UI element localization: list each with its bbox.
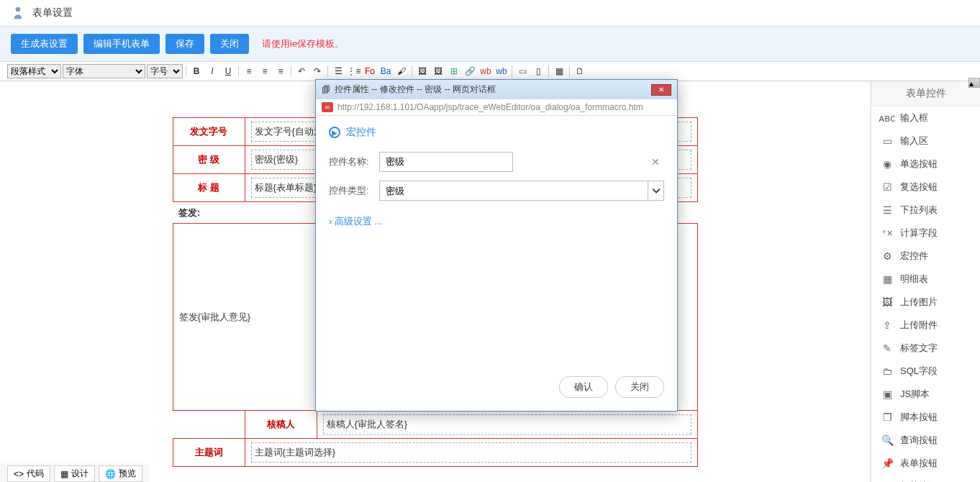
widget-textarea[interactable]: ▭输入区 bbox=[871, 129, 980, 153]
widget-upload-file[interactable]: ⇪上传附件 bbox=[871, 314, 980, 337]
widget-dropdown[interactable]: ☰下拉列表 bbox=[871, 199, 980, 222]
align-left-button[interactable]: ≡ bbox=[242, 64, 256, 78]
widget-upload-img[interactable]: 🖼上传图片 bbox=[871, 291, 980, 314]
dialog-section-header: ▶ 宏控件 bbox=[329, 126, 664, 139]
textarea-icon: ▭ bbox=[881, 135, 893, 147]
checkbox-icon: ☑ bbox=[881, 181, 893, 193]
font-color-button[interactable]: Fo bbox=[363, 64, 377, 78]
view-tabs: <>代码 ▦设计 🌐预览 bbox=[0, 463, 150, 482]
image2-button[interactable]: 🖼 bbox=[431, 64, 445, 78]
url-favicon: ∞ bbox=[322, 102, 333, 112]
dialog-titlebar[interactable]: 🗐 控件属性 -- 修改控件 -- 密级 -- 网页对话框 ✕ bbox=[316, 80, 677, 99]
generate-button[interactable]: 生成表设置 bbox=[11, 34, 78, 54]
bold-button[interactable]: B bbox=[189, 64, 204, 78]
table-row: 核稿人 核稿人{审批人签名} bbox=[173, 411, 697, 439]
widget-sql[interactable]: 🗀SQL字段 bbox=[871, 360, 980, 383]
reviewer-label: 核稿人 bbox=[245, 411, 317, 439]
widget-input[interactable]: ᴀʙᴄ输入框 bbox=[871, 106, 980, 129]
radio-icon: ◉ bbox=[881, 158, 893, 170]
grid-icon: ▦ bbox=[881, 273, 893, 285]
search-icon: 🔍 bbox=[881, 435, 893, 446]
dialog-url-bar: ∞ http://192.168.1.101/OAapp/jsp/trace_e… bbox=[316, 99, 677, 116]
pin-icon: 📌 bbox=[881, 458, 893, 469]
bg-color-button[interactable]: Ba bbox=[378, 64, 393, 78]
link-button[interactable]: 🔗 bbox=[463, 64, 477, 78]
copy-icon: ❐ bbox=[881, 411, 893, 423]
globe-icon: 🌐 bbox=[105, 469, 116, 479]
advanced-settings-link[interactable]: › 高级设置 ... bbox=[329, 215, 664, 228]
image-icon: 🖼 bbox=[881, 296, 893, 308]
web2-button[interactable]: wb bbox=[494, 64, 509, 78]
text-input-icon: ᴀʙᴄ bbox=[881, 112, 893, 124]
subject-field[interactable]: 主题词{主题词选择} bbox=[251, 442, 691, 463]
ie-warning: 请使用ie保存模板。 bbox=[262, 37, 344, 50]
list-num-button[interactable]: ☰ bbox=[331, 64, 345, 78]
align-right-button[interactable]: ≡ bbox=[273, 64, 288, 78]
widget-calc[interactable]: ⁺×计算字段 bbox=[871, 222, 980, 245]
redo-button[interactable]: ↷ bbox=[310, 64, 325, 78]
italic-button[interactable]: I bbox=[205, 64, 219, 78]
align-center-button[interactable]: ≡ bbox=[258, 64, 272, 78]
doc-button[interactable]: 🗋 bbox=[573, 64, 587, 78]
mobile-form-button[interactable]: 编辑手机表单 bbox=[83, 34, 160, 54]
design-icon: ▦ bbox=[60, 469, 68, 479]
preview-tab[interactable]: 🌐预览 bbox=[99, 465, 142, 482]
table-row: 主题词 主题词{主题词选择} bbox=[173, 439, 697, 467]
gear-icon: ⚙ bbox=[881, 250, 893, 262]
close-button[interactable]: 关闭 bbox=[210, 34, 249, 54]
code-tab[interactable]: <>代码 bbox=[7, 465, 50, 482]
secret-level-label: 密 级 bbox=[173, 146, 245, 174]
widget-macro[interactable]: ⚙宏控件 bbox=[871, 245, 980, 268]
arrow-right-icon: ▶ bbox=[329, 127, 340, 138]
widget-form-btn[interactable]: 📌表单按钮 bbox=[871, 452, 980, 475]
widget-panel-title: 表单控件 bbox=[871, 81, 980, 106]
font-size-select[interactable]: 字号 bbox=[147, 64, 183, 78]
dialog-url: http://192.168.1.101/OAapp/jsp/trace_eWe… bbox=[337, 102, 643, 112]
dialog-confirm-button[interactable]: 确认 bbox=[559, 376, 608, 398]
page-title: 表单设置 bbox=[32, 6, 73, 19]
dropdown-icon: ☰ bbox=[881, 204, 893, 216]
wand-icon: ✎ bbox=[881, 342, 893, 354]
windows-icon[interactable]: ⊞ bbox=[447, 64, 461, 78]
undo-button[interactable]: ↶ bbox=[294, 64, 309, 78]
widget-detail[interactable]: ▦明细表 bbox=[871, 268, 980, 291]
vertical-scrollbar[interactable]: ▴ bbox=[968, 78, 980, 88]
widget-checkbox[interactable]: ☑复选按钮 bbox=[871, 176, 980, 199]
doc-number-label: 发文字号 bbox=[173, 118, 245, 146]
editor-toolbar: 段落样式 字体 字号 B I U ≡ ≡ ≡ ↶ ↷ ☰ ⋮≡ Fo Ba 🖌 … bbox=[0, 62, 980, 81]
widget-query-btn[interactable]: 🔍查询按钮 bbox=[871, 429, 980, 452]
paragraph-style-select[interactable]: 段落样式 bbox=[7, 64, 61, 78]
control-name-input[interactable] bbox=[379, 152, 513, 172]
save-button[interactable]: 保存 bbox=[165, 34, 204, 54]
image-button[interactable]: 🖼 bbox=[415, 64, 430, 78]
form-header-icon bbox=[11, 6, 25, 20]
calc-icon: ⁺× bbox=[881, 227, 893, 239]
control-properties-dialog: 🗐 控件属性 -- 修改控件 -- 密级 -- 网页对话框 ✕ ∞ http:/… bbox=[315, 79, 678, 411]
page-button[interactable]: ▯ bbox=[531, 64, 545, 78]
web-button[interactable]: wb bbox=[478, 64, 493, 78]
code-button[interactable]: ▭ bbox=[515, 64, 530, 78]
reviewer-field[interactable]: 核稿人{审批人签名} bbox=[323, 414, 691, 435]
widget-script-btn[interactable]: ❐脚本按钮 bbox=[871, 406, 980, 429]
dialog-cancel-button[interactable]: 关闭 bbox=[615, 376, 664, 398]
widget-js[interactable]: ▣JS脚本 bbox=[871, 383, 980, 406]
format-brush-button[interactable]: 🖌 bbox=[394, 64, 409, 78]
design-tab[interactable]: ▦设计 bbox=[54, 465, 95, 482]
widget-radio[interactable]: ◉单选按钮 bbox=[871, 153, 980, 176]
widget-label[interactable]: ✎标签文字 bbox=[871, 337, 980, 360]
table-button[interactable]: ▦ bbox=[552, 64, 566, 78]
upload-icon: ⇪ bbox=[881, 319, 893, 331]
list-bullet-button[interactable]: ⋮≡ bbox=[347, 64, 361, 78]
subject-label: 主题词 bbox=[173, 439, 245, 467]
control-name-label: 控件名称: bbox=[329, 155, 379, 168]
font-family-select[interactable]: 字体 bbox=[63, 64, 145, 78]
underline-button[interactable]: U bbox=[221, 64, 235, 78]
control-type-label: 控件类型: bbox=[329, 184, 379, 197]
action-bar: 生成表设置 编辑手机表单 保存 关闭 请使用ie保存模板。 bbox=[0, 27, 980, 62]
widget-draft-btn[interactable]: ☰起草按钮 bbox=[871, 475, 980, 482]
control-type-select[interactable]: 密级 bbox=[379, 181, 664, 201]
ie-page-icon: 🗐 bbox=[322, 85, 330, 95]
dialog-close-button[interactable]: ✕ bbox=[651, 84, 671, 96]
dialog-title: 控件属性 -- 修改控件 -- 密级 -- 网页对话框 bbox=[335, 83, 496, 96]
clear-input-icon[interactable]: ✕ bbox=[651, 156, 660, 168]
